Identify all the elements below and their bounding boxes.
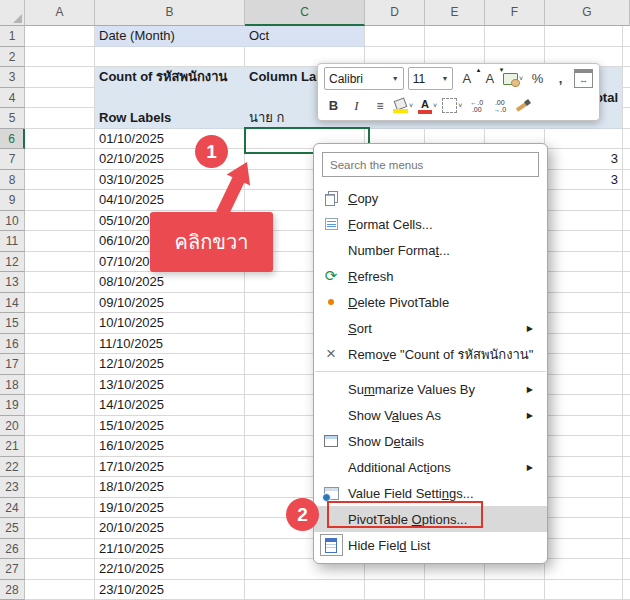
font-size-combo[interactable]: 11 ▼ [408,67,454,90]
select-all-corner[interactable] [0,0,25,26]
cell-A26[interactable] [25,539,95,560]
column-header-e[interactable]: E [425,0,485,26]
cell-E1[interactable] [425,26,485,47]
cell-B24[interactable]: 19/10/2025 [95,498,245,519]
cell-B21[interactable]: 16/10/2025 [95,436,245,457]
cell-C1[interactable]: Oct [245,26,365,47]
cell-G1[interactable] [545,26,623,47]
cell-H1[interactable] [623,26,630,47]
cell-B18[interactable]: 13/10/2025 [95,375,245,396]
cell-A3[interactable] [25,67,95,88]
cell-G11[interactable] [545,231,623,252]
cell-G26[interactable] [545,539,623,560]
cell-G21[interactable] [545,436,623,457]
row-header-11[interactable]: 11 [0,231,25,252]
cell-G17[interactable] [545,354,623,375]
cell-A22[interactable] [25,457,95,478]
bold-button[interactable]: B [324,95,343,117]
cell-B26[interactable]: 21/10/2025 [95,539,245,560]
row-header-15[interactable]: 15 [0,313,25,334]
cell-G9[interactable] [545,190,623,211]
row-header-19[interactable]: 19 [0,395,25,416]
cell-E28[interactable] [425,580,485,600]
menu-search-box[interactable] [322,152,539,177]
cell-G8[interactable]: 3 [545,170,623,191]
cell-G12[interactable] [545,252,623,273]
row-header-12[interactable]: 12 [0,252,25,273]
menu-item-number-format[interactable]: Number Format... [314,237,547,263]
row-header-24[interactable]: 24 [0,498,25,519]
cell-A28[interactable] [25,580,95,600]
cell-B20[interactable]: 15/10/2025 [95,416,245,437]
font-name-combo[interactable]: Calibri ▼ [324,67,404,90]
cell-H5[interactable] [623,108,630,129]
cell-G13[interactable] [545,272,623,293]
menu-item-summarize-values-by[interactable]: Summarize Values By▶ [314,376,547,402]
cell-G27[interactable] [545,559,623,580]
cell-H19[interactable] [623,395,630,416]
cell-H15[interactable] [623,313,630,334]
cell-H23[interactable] [623,477,630,498]
cell-G16[interactable] [545,334,623,355]
cell-G20[interactable] [545,416,623,437]
cell-H12[interactable] [623,252,630,273]
row-header-17[interactable]: 17 [0,354,25,375]
menu-item-show-values-as[interactable]: Show Values As▶ [314,402,547,428]
cell-G14[interactable] [545,293,623,314]
cell-G25[interactable] [545,518,623,539]
cell-C28[interactable] [245,580,365,600]
cell-H20[interactable] [623,416,630,437]
cell-H24[interactable] [623,498,630,519]
cell-A14[interactable] [25,293,95,314]
menu-item-remove-count-field[interactable]: ×Remove "Count of รหัสพนักงาน" [314,341,547,367]
row-header-21[interactable]: 21 [0,436,25,457]
cell-H9[interactable] [623,190,630,211]
cell-A12[interactable] [25,252,95,273]
row-header-1[interactable]: 1 [0,26,25,47]
column-header-c[interactable]: C [245,0,365,26]
cell-A23[interactable] [25,477,95,498]
cell-H28[interactable] [623,580,630,600]
cell-A19[interactable] [25,395,95,416]
cell-A21[interactable] [25,436,95,457]
cell-A5[interactable] [25,108,95,129]
row-header-10[interactable]: 10 [0,211,25,232]
cell-H16[interactable] [623,334,630,355]
borders-button[interactable]: ˅ [442,95,463,117]
column-width-button[interactable]: ↔ [574,68,593,90]
menu-item-refresh[interactable]: ⟳Refresh [314,263,547,289]
cell-A13[interactable] [25,272,95,293]
cell-A17[interactable] [25,354,95,375]
cell-H21[interactable] [623,436,630,457]
cell-H17[interactable] [623,354,630,375]
row-header-7[interactable]: 7 [0,149,25,170]
cell-A9[interactable] [25,190,95,211]
cell-G24[interactable] [545,498,623,519]
cell-G10[interactable] [545,211,623,232]
column-header-g[interactable]: G [545,0,630,26]
menu-search-input[interactable] [323,159,538,171]
cell-B14[interactable]: 09/10/2025 [95,293,245,314]
cell-G22[interactable] [545,457,623,478]
cell-A6[interactable] [25,129,95,150]
row-header-20[interactable]: 20 [0,416,25,437]
column-header-d[interactable]: D [365,0,425,26]
cell-A16[interactable] [25,334,95,355]
cell-A2[interactable] [25,47,95,68]
cell-G6[interactable] [545,129,623,150]
decrease-decimal-button[interactable]: .00→.0 [490,95,509,117]
cell-B15[interactable]: 10/10/2025 [95,313,245,334]
cell-B22[interactable]: 17/10/2025 [95,457,245,478]
cell-G28[interactable] [545,580,623,600]
cell-B27[interactable]: 22/10/2025 [95,559,245,580]
cell-H26[interactable] [623,539,630,560]
cell-H25[interactable] [623,518,630,539]
format-painter-button[interactable] [513,95,532,117]
cell-B3[interactable]: Count of รหัสพนักงาน [95,67,245,88]
row-header-9[interactable]: 9 [0,190,25,211]
cell-G7[interactable]: 3 [545,149,623,170]
cell-H27[interactable] [623,559,630,580]
row-header-22[interactable]: 22 [0,457,25,478]
cell-G18[interactable] [545,375,623,396]
cell-F1[interactable] [485,26,545,47]
